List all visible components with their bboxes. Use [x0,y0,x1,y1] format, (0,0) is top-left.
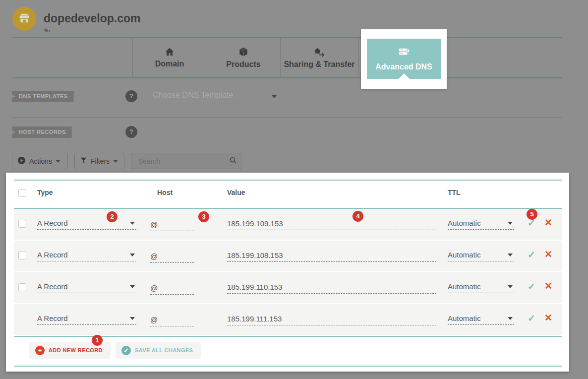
chevron-down-icon [508,317,513,320]
record-host-value: @ [150,316,158,324]
record-ttl-select[interactable]: Automatic [448,216,514,230]
record-host-value: @ [150,220,158,229]
box-icon [238,47,249,58]
chevron-down-icon [508,253,513,256]
chevron-down-icon [56,160,60,163]
actions-button[interactable]: Actions [12,153,68,169]
chevron-down-icon [130,222,135,225]
section-divider [12,117,562,118]
tooltip-arrow [399,73,410,79]
panel-top-line [14,180,562,181]
tab-label: Advanced DNS [375,63,432,71]
transfer-house-icon [313,47,326,58]
advanced-dns-page: dopedevelop.com Domain [0,0,588,379]
table-row: A Record @ 185.199.108.153 Automatic ✓ ✕ [14,241,562,271]
tour-badge-host: 3 [198,211,209,222]
row-checkbox[interactable] [18,252,26,259]
chevron-down-icon [272,95,277,98]
record-type-value: A Record [37,219,68,227]
host-records-panel: Type Host Value TTL A Record @ 185.199.1… [6,173,569,372]
search-input[interactable] [137,157,229,166]
dns-template-dropdown[interactable]: Choose DNS Template [153,91,278,104]
record-value-value: 185.199.110.153 [227,283,283,291]
record-value-input[interactable]: 185.199.111.153 [227,312,436,325]
tour-spotlight: Advanced DNS [361,29,447,89]
record-ttl-select[interactable]: Automatic [448,312,514,325]
dns-templates-label: DNS TEMPLATES [12,91,74,102]
tab-products[interactable]: Products [207,38,280,77]
record-host-input[interactable]: @ [150,313,194,326]
records-list: A Record @ 185.199.109.153 Automatic ✓ ✕… [14,209,562,336]
plus-circle-icon: + [35,346,45,355]
record-ttl-value: Automatic [448,251,481,259]
row-checkbox[interactable] [18,220,26,228]
record-type-select[interactable]: A Record [37,312,136,325]
delete-record-icon[interactable]: ✕ [544,249,552,260]
record-type-select[interactable]: A Record [37,248,136,261]
tab-bar: Domain Products Sharing & Transfer [12,38,562,78]
record-type-select[interactable]: A Record [37,280,136,293]
chevron-down-icon [508,285,513,288]
server-gear-icon [398,47,411,60]
column-header-value[interactable]: Value [227,189,245,196]
column-header-type[interactable]: Type [37,189,53,196]
domain-avatar [12,7,36,31]
house-icon [164,47,175,57]
delete-record-icon[interactable]: ✕ [544,280,552,292]
table-row: A Record @ 185.199.110.153 Automatic ✓ ✕ [14,272,562,303]
panel-bottom-line [14,366,562,367]
record-value-input[interactable]: 185.199.109.153 [227,217,436,230]
storefront-icon [17,11,31,27]
record-ttl-value: Automatic [448,219,481,227]
help-icon[interactable]: ? [125,90,137,102]
actions-button-label: Actions [29,157,52,165]
record-ttl-value: Automatic [448,282,481,291]
confirm-record-icon[interactable]: ✓ [528,313,535,324]
record-type-value: A Record [37,251,68,259]
record-value-value: 185.199.108.153 [227,251,283,259]
search-icon[interactable] [229,156,237,166]
tour-badge-value: 4 [353,211,363,222]
confirm-record-icon[interactable]: ✓ [528,281,535,292]
record-ttl-select[interactable]: Automatic [448,248,514,261]
record-actions-bar: + ADD NEW RECORD ✓ SAVE ALL CHANGES [29,342,201,359]
record-host-input[interactable]: @ [150,281,194,295]
select-all-checkbox[interactable] [18,189,26,197]
tab-sharing-transfer[interactable]: Sharing & Transfer [280,38,358,77]
record-host-value: @ [150,252,158,260]
chevron-down-icon [130,285,135,288]
record-ttl-select[interactable]: Automatic [448,280,514,293]
search-box [131,153,241,169]
chevron-down-icon [508,222,513,225]
host-records-label: HOST RECORDS [12,126,72,138]
record-type-select[interactable]: A Record [37,216,136,230]
filters-button[interactable]: Filters [74,153,124,169]
tab-label: Domain [155,60,184,68]
add-new-record-label: ADD NEW RECORD [49,347,103,353]
record-value-input[interactable]: 185.199.110.153 [227,280,436,294]
help-icon[interactable]: ? [125,126,137,138]
tab-divider [358,38,359,77]
chevron-down-icon [130,253,135,256]
confirm-record-icon[interactable]: ✓ [528,249,535,260]
save-all-changes-label: SAVE ALL CHANGES [135,347,193,353]
table-row: A Record @ 185.199.111.153 Automatic ✓ ✕ [14,304,562,335]
tab-advanced-dns[interactable]: Advanced DNS [367,39,441,79]
record-value-value: 185.199.111.153 [227,315,282,323]
tab-label: Sharing & Transfer [284,60,354,69]
record-host-input[interactable]: @ [150,250,194,263]
row-checkbox[interactable] [18,283,26,291]
delete-record-icon[interactable]: ✕ [544,312,552,323]
record-value-input[interactable]: 185.199.108.153 [227,249,436,262]
column-header-ttl[interactable]: TTL [448,189,461,196]
save-all-changes-button[interactable]: ✓ SAVE ALL CHANGES [116,342,201,359]
dns-template-dropdown-value: Choose DNS Template [153,91,233,99]
tab-domain[interactable]: Domain [132,38,207,77]
record-type-value: A Record [37,314,68,322]
column-header-host[interactable]: Host [157,189,173,196]
record-host-input[interactable]: @ [150,218,194,231]
chevron-down-icon [113,160,118,163]
tag-plus-icon[interactable] [44,28,51,35]
record-ttl-value: Automatic [448,314,481,322]
delete-record-icon[interactable]: ✕ [544,217,552,228]
